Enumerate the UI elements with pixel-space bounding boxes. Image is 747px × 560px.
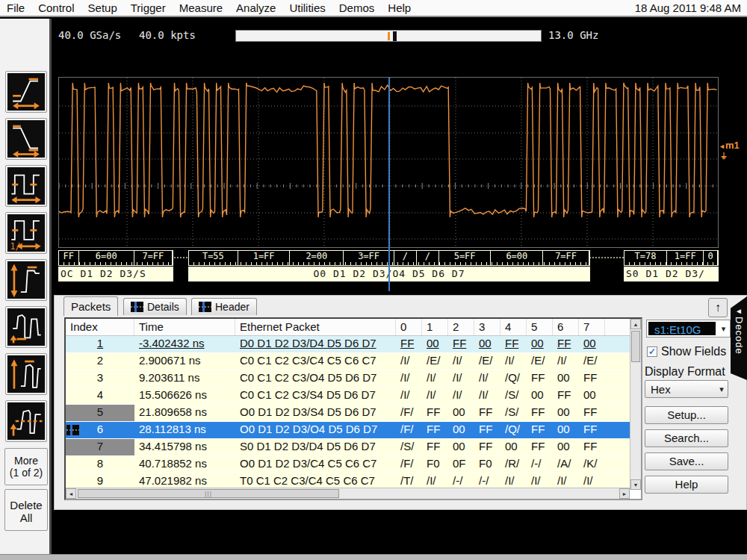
cell-byte-0: /I/ bbox=[396, 370, 422, 387]
save-button[interactable]: Save... bbox=[645, 452, 728, 470]
measure-rise-time-button[interactable] bbox=[5, 71, 47, 113]
cell-byte-2: /I/ bbox=[448, 353, 474, 370]
cell-byte-2: /I/ bbox=[448, 388, 474, 404]
show-fields-checkbox[interactable]: ✓ bbox=[647, 346, 657, 357]
cell-index: 4 bbox=[97, 388, 103, 401]
packet-row-7[interactable]: 734.415798 nsS0 D1 D2 D3/D4 D5 D6 D7/S/F… bbox=[66, 439, 641, 456]
scroll-left-button[interactable]: ◄ bbox=[66, 488, 76, 499]
cell-byte-5: FF bbox=[527, 370, 553, 387]
menu-file[interactable]: File bbox=[0, 0, 31, 16]
peak-peak-icon bbox=[7, 261, 45, 299]
cell-byte-6: 00 bbox=[553, 405, 579, 421]
dropdown-arrow-icon[interactable]: ▾ bbox=[717, 320, 730, 337]
cell-byte-4: FF bbox=[500, 336, 527, 352]
cell-packet: C0 C1 C2 C3/C4 C5 C6 C7 bbox=[235, 353, 396, 370]
cell-byte-5: FF bbox=[527, 422, 553, 438]
delete-all-button[interactable]: Delete All bbox=[4, 489, 48, 531]
col-header-2: 2 bbox=[448, 319, 474, 335]
horizontal-scrollbar[interactable]: ◄ ||| ► bbox=[66, 488, 630, 499]
show-fields-row: ✓ Show Fields bbox=[647, 345, 726, 358]
menu-help[interactable]: Help bbox=[381, 0, 418, 16]
cell-packet: C0 C1 C2 C3/O4 D5 D6 D7 bbox=[235, 370, 396, 387]
scroll-down-button[interactable]: ▼ bbox=[630, 479, 641, 490]
bandwidth-readout: 13.0 GHz bbox=[548, 29, 598, 41]
display-format-select[interactable]: Hex ▾ bbox=[645, 380, 728, 398]
more-measurements-button[interactable]: More (1 of 2) bbox=[4, 448, 48, 485]
decode-segment: T=781=FF0S0 D1 D2 D3/ bbox=[624, 250, 719, 281]
packet-row-1[interactable]: 1-3.402432 nsD0 D1 D2 D3/D4 D5 D6 D7FF00… bbox=[66, 336, 641, 353]
cell-byte-4: /I/ bbox=[500, 353, 527, 370]
tab-header[interactable]: Header bbox=[191, 298, 257, 315]
measure-period-button[interactable] bbox=[5, 165, 47, 207]
scroll-up-button[interactable]: ▲ bbox=[630, 319, 641, 329]
cell-byte-2: FF bbox=[448, 336, 474, 352]
vertical-scroll-thumb[interactable] bbox=[631, 331, 640, 362]
search-button[interactable]: Search... bbox=[645, 429, 728, 447]
measure-minimum-button[interactable] bbox=[5, 306, 47, 348]
measure-frequency-button[interactable]: 1/ bbox=[5, 212, 47, 254]
decode-packet-label: OC D1 D2 D3/S bbox=[58, 267, 173, 281]
tab-details[interactable]: Details bbox=[123, 298, 187, 315]
setup-button[interactable]: Setup... bbox=[645, 406, 728, 424]
menu-trigger[interactable]: Trigger bbox=[124, 0, 173, 16]
cell-packet: O0 D1 D2 D3/C4 C5 C6 C7 bbox=[235, 456, 396, 473]
packet-row-3[interactable]: 39.203611 nsC0 C1 C2 C3/O4 D5 D6 D7/I//I… bbox=[66, 370, 641, 388]
dropdown-arrow-icon[interactable]: ▾ bbox=[716, 381, 728, 397]
cell-byte-3: F0 bbox=[474, 456, 500, 473]
cell-index: 8 bbox=[97, 457, 103, 470]
cell-time: 40.718852 ns bbox=[134, 456, 235, 473]
menu-control[interactable]: Control bbox=[31, 0, 81, 16]
vertical-scrollbar[interactable]: ▲ ▼ bbox=[630, 319, 641, 490]
marker-m1-label: m1 bbox=[725, 140, 740, 151]
cell-packet: S0 D1 D2 D3/D4 D5 D6 D7 bbox=[235, 439, 396, 455]
tab-packets[interactable]: Packets bbox=[63, 296, 118, 316]
cell-byte-3: FF bbox=[474, 439, 500, 455]
collapse-left-icon: ◄ bbox=[731, 307, 747, 315]
menu-utilities[interactable]: Utilities bbox=[282, 0, 332, 16]
cell-byte-2: 00 bbox=[448, 405, 474, 421]
col-header-index: Index bbox=[66, 319, 134, 335]
cell-byte-4: /R/ bbox=[500, 456, 527, 473]
menu-setup[interactable]: Setup bbox=[81, 0, 124, 16]
collapse-panel-button[interactable]: ↑ bbox=[708, 298, 728, 317]
tab-details-label: Details bbox=[147, 301, 179, 313]
marker-m1[interactable]: ◄m1 ⏚ bbox=[719, 140, 740, 161]
cell-byte-7: FF bbox=[579, 370, 605, 387]
slider-position-mark bbox=[388, 32, 390, 40]
horizontal-position-slider[interactable] bbox=[235, 30, 542, 42]
packet-row-6[interactable]: 628.112813 nsO0 D1 D2 D3/O4 D5 D6 D7/F/F… bbox=[66, 422, 641, 439]
menu-analyze[interactable]: Analyze bbox=[229, 0, 282, 16]
decode-source-value: s1:Et10G bbox=[648, 322, 716, 335]
measure-fall-time-button[interactable] bbox=[5, 118, 47, 160]
menu-demos[interactable]: Demos bbox=[332, 0, 382, 16]
measure-maximum-button[interactable] bbox=[5, 353, 47, 395]
packet-row-5[interactable]: 521.809658 nsO0 D1 D2 D3/S4 D5 D6 D7/F/F… bbox=[66, 405, 641, 422]
cell-index-container: 8 bbox=[66, 456, 134, 473]
cell-index: 7 bbox=[97, 440, 103, 452]
packets-table: Index Time Ethernet Packet 0 1 2 3 4 5 6… bbox=[64, 317, 642, 500]
packet-row-4[interactable]: 415.506626 nsC0 C1 C2 C3/S4 D5 D6 D7/I//… bbox=[66, 388, 641, 405]
cell-byte-2: /I/ bbox=[448, 370, 474, 387]
menu-measure[interactable]: Measure bbox=[173, 0, 229, 16]
cell-byte-7: /E/ bbox=[579, 353, 605, 370]
scroll-down-icon: ▼ bbox=[633, 482, 639, 488]
cell-byte-7: /K/ bbox=[579, 456, 605, 473]
cell-index: 6 bbox=[97, 423, 103, 435]
help-button[interactable]: Help bbox=[645, 476, 728, 494]
delete-all-label: Delete All bbox=[10, 499, 43, 524]
time-cursor[interactable] bbox=[388, 78, 390, 291]
packet-row-8[interactable]: 840.718852 nsO0 D1 D2 D3/C4 C5 C6 C7/F/F… bbox=[66, 456, 641, 473]
horizontal-scroll-thumb[interactable]: ||| bbox=[78, 489, 339, 498]
display-format-label: Display Format bbox=[645, 365, 725, 379]
packet-row-2[interactable]: 22.900671 nsC0 C1 C2 C3/C4 C5 C6 C7/I//E… bbox=[66, 353, 641, 370]
measure-peak-peak-button[interactable] bbox=[5, 259, 47, 301]
decode-source-select[interactable]: s1:Et10G ▾ bbox=[646, 320, 731, 337]
cell-byte-2: 00 bbox=[448, 422, 474, 438]
cell-byte-1: FF bbox=[422, 422, 448, 438]
scroll-right-button[interactable]: ► bbox=[619, 488, 630, 499]
cell-byte-5: /-/ bbox=[527, 456, 553, 473]
slider-grip[interactable] bbox=[393, 31, 397, 41]
cell-byte-4: /Q/ bbox=[500, 422, 527, 438]
decode-side-tab[interactable]: ◄ Decode bbox=[731, 296, 747, 380]
measure-average-button[interactable] bbox=[5, 400, 47, 442]
